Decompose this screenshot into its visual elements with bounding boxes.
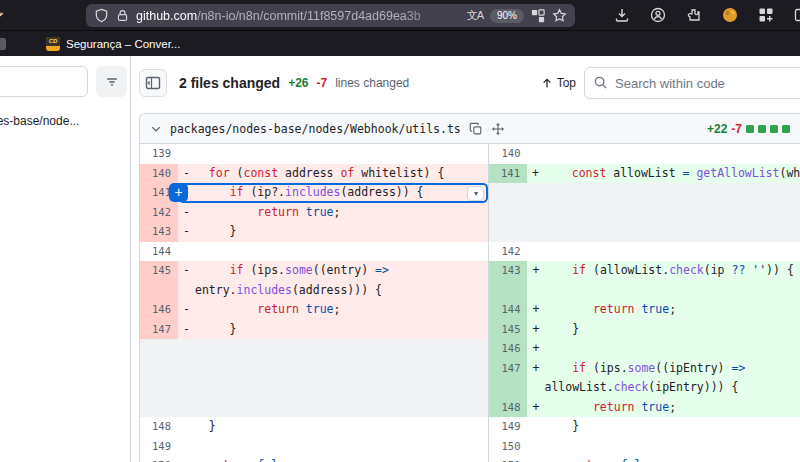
line-number[interactable]: 144 [140,242,178,262]
account-icon[interactable] [649,7,666,24]
file-path[interactable]: packages/nodes-base/nodes/Webhook/utils.… [170,122,461,136]
diff-marker: + [527,339,544,359]
translate-icon[interactable]: 文A [467,8,483,23]
file-tree-item[interactable]: les-base/node... [0,114,124,128]
line-number[interactable]: 146 [140,300,178,320]
code-cell: - if (ips.some((entry) =>entry.includes(… [178,261,488,300]
code-cell: - } [178,222,488,242]
shield-icon[interactable] [94,8,109,23]
line-number[interactable]: 150 [489,437,527,457]
diff-row: 142- return true; [140,203,800,223]
extension-puzzle-icon[interactable] [685,7,702,24]
line-number[interactable]: 143 [140,222,178,242]
line-number[interactable]: 140 [489,144,527,164]
sidebar-icon[interactable] [793,7,800,24]
diff-row: 148 }149 } [140,417,800,437]
line-number[interactable]: 141 [489,164,527,184]
downloads-icon[interactable] [613,7,630,24]
diff-row: 140- for (const address of whitelist) {1… [140,164,800,184]
diff-row: 146- return true;144+ return true; [140,300,800,320]
bookmark-item[interactable]: CD Segurança – Conver... [46,37,180,51]
diff-square [746,125,754,133]
line-number[interactable]: 145 [489,320,527,340]
file-tree-sidebar: les-base/node... [0,56,131,462]
line-number[interactable]: 148 [140,417,178,437]
diff-marker: - [178,164,195,184]
code-cell [527,242,800,262]
line-number[interactable]: 147 [140,320,178,340]
diff-filler [140,398,489,418]
code-cell [178,437,488,457]
diff-filler [489,183,800,203]
line-number[interactable]: 139 [140,144,178,164]
extensions-icon[interactable] [757,7,774,24]
file-header: packages/nodes-base/nodes/Webhook/utils.… [140,114,800,144]
diff-filler [489,222,800,242]
bookmark-fragment-icon[interactable] [0,38,6,50]
copy-path-button[interactable] [469,122,483,136]
bookmark-star-icon[interactable] [552,8,567,23]
line-number[interactable]: 143 [489,261,527,300]
diff-filler [140,359,489,398]
reload-icon[interactable]: ⟳ [0,6,4,24]
back-to-top-link[interactable]: Top [541,76,576,90]
filter-button[interactable] [96,66,127,97]
file-diff-panel: packages/nodes-base/nodes/Webhook/utils.… [139,113,800,462]
code-cell: + const allowList = getAllowList(whiteli… [527,164,800,184]
line-number[interactable]: 151 [489,456,527,462]
search-icon [593,75,608,90]
line-number[interactable]: 142 [489,242,527,262]
line-number[interactable]: 150 [140,456,178,462]
code-cell: - if (ip?.includes(address)) {+▾ [178,183,488,203]
diff-marker: + [527,320,544,340]
add-comment-button[interactable]: + [169,183,188,202]
move-handle-button[interactable] [491,122,505,136]
code-cell: + if (ips.some((ipEntry) =>allowList.che… [527,359,800,398]
diff-marker [527,242,544,262]
diff-marker: - [178,320,195,340]
line-number[interactable]: 140 [140,164,178,184]
diff-marker: - [178,203,195,223]
diff-square [758,125,766,133]
line-number[interactable]: 144 [489,300,527,320]
code-cell: + if (allowList.check(ip ?? '')) { [527,261,800,300]
diff-marker: - [178,222,195,242]
diff-marker [178,456,195,462]
line-number[interactable]: 145 [140,261,178,300]
code-cell: - for (const address of whitelist) { [178,164,488,184]
search-within-code-input[interactable] [584,67,800,99]
diff-row: 147- }145+ } [140,320,800,340]
github-page: les-base/node... 2 files changed +26 -7 … [0,56,800,462]
code-cell: return false; [178,456,488,462]
code-cell: - return true; [178,203,488,223]
panel-icon [145,75,161,91]
line-number[interactable]: 147 [489,359,527,398]
line-number[interactable]: 149 [489,417,527,437]
toolbar-actions [613,0,800,30]
line-number[interactable]: 146 [489,339,527,359]
line-number[interactable]: 149 [140,437,178,457]
code-cell: + [527,339,800,359]
file-filter-input[interactable] [0,66,88,97]
url-bar[interactable]: github.com/n8n-io/n8n/commit/11f8597d4ad… [86,4,575,27]
lock-icon[interactable] [116,9,129,22]
code-cell: + return true; [527,300,800,320]
zoom-level-badge[interactable]: 90% [490,9,524,23]
diff-marker: + [527,164,544,184]
diff-filler [489,203,800,223]
diff-row: 147+ if (ips.some((ipEntry) =>allowList.… [140,359,800,398]
orange-extension-icon[interactable] [721,7,738,24]
diff-marker [527,417,544,437]
diff-marker: - [178,300,195,320]
chevron-down-icon[interactable] [150,123,162,135]
diff-row: 148+ return true; [140,398,800,418]
bookmarks-bar: CD Segurança – Conver... [0,30,800,56]
containers-icon[interactable] [531,9,545,23]
collapse-file-tree-button[interactable] [139,69,167,97]
total-deletions: -7 [317,76,328,90]
line-number[interactable]: 142 [140,203,178,223]
line-number[interactable]: 148 [489,398,527,418]
url-text: github.com/n8n-io/n8n/commit/11f8597d4ad… [136,9,460,23]
line-menu-caret[interactable]: ▾ [467,186,484,201]
diff-marker [527,456,544,462]
